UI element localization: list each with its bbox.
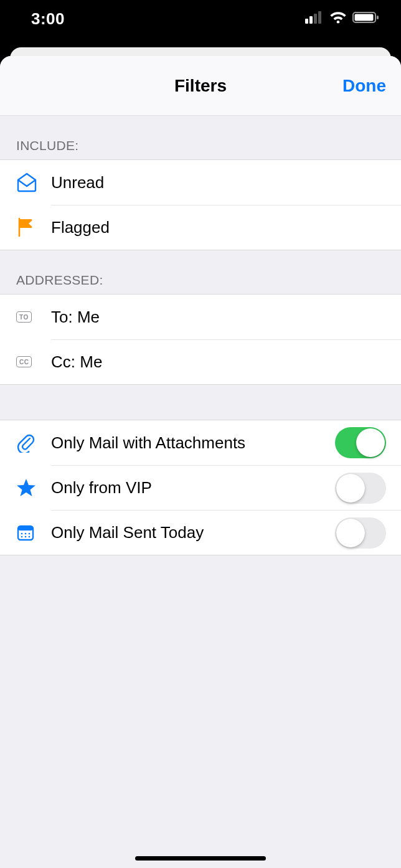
row-cc-me[interactable]: CC Cc: Me: [0, 339, 401, 384]
row-attachments: Only Mail with Attachments: [0, 420, 401, 465]
svg-rect-3: [318, 11, 321, 24]
group-addressed: TO To: Me CC Cc: Me: [0, 294, 401, 385]
cellular-icon: [305, 11, 324, 26]
row-label: Unread: [51, 173, 104, 192]
battery-icon: [352, 11, 380, 27]
flag-icon: [16, 217, 51, 237]
row-label: To: Me: [51, 308, 100, 327]
row-today: Only Mail Sent Today: [0, 510, 401, 555]
svg-point-10: [25, 533, 27, 535]
nav-bar: Filters Done: [0, 56, 401, 116]
row-label: Flagged: [51, 218, 110, 237]
row-flagged[interactable]: Flagged: [0, 205, 401, 250]
page-title: Filters: [0, 56, 401, 115]
svg-rect-5: [355, 14, 374, 21]
wifi-icon: [329, 11, 347, 27]
star-icon: [16, 478, 51, 498]
row-label: Cc: Me: [51, 352, 102, 372]
svg-point-13: [25, 536, 27, 538]
to-badge-icon: TO: [16, 311, 51, 323]
row-label: Only Mail with Attachments: [51, 433, 245, 453]
svg-point-14: [29, 536, 31, 538]
section-header-include: INCLUDE:: [0, 116, 401, 159]
svg-rect-8: [18, 526, 33, 531]
toggle-vip[interactable]: [335, 473, 386, 504]
svg-rect-6: [377, 16, 379, 19]
row-to-me[interactable]: TO To: Me: [0, 295, 401, 339]
cc-badge-icon: CC: [16, 356, 51, 367]
status-bar: 3:00: [0, 0, 401, 37]
svg-rect-0: [305, 19, 308, 24]
row-label: Only from VIP: [51, 478, 152, 498]
group-options: Only Mail with Attachments Only from VIP: [0, 420, 401, 555]
filters-sheet: Filters Done INCLUDE: Unread: [0, 56, 401, 868]
group-include: Unread Flagged: [0, 159, 401, 250]
unread-icon: [16, 172, 51, 192]
status-time: 3:00: [31, 9, 65, 29]
svg-rect-2: [314, 14, 317, 24]
row-vip: Only from VIP: [0, 465, 401, 510]
paperclip-icon: [16, 433, 51, 453]
toggle-attachments[interactable]: [335, 427, 386, 458]
svg-rect-1: [309, 16, 313, 24]
row-unread[interactable]: Unread: [0, 160, 401, 205]
row-label: Only Mail Sent Today: [51, 523, 204, 542]
done-button[interactable]: Done: [342, 56, 386, 115]
section-header-addressed: ADDRESSED:: [0, 250, 401, 294]
svg-point-12: [21, 536, 23, 538]
home-indicator: [135, 856, 266, 861]
calendar-icon: [16, 523, 51, 542]
svg-point-9: [21, 533, 23, 535]
toggle-today[interactable]: [335, 517, 386, 549]
svg-point-11: [29, 533, 31, 535]
